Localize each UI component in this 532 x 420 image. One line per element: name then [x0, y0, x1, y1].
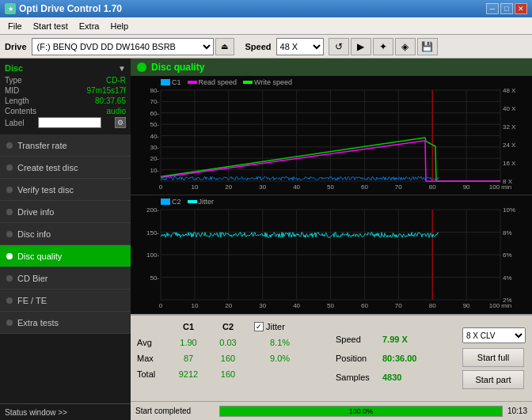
burn-button[interactable]: ◈ [395, 38, 416, 55]
stats-table: C1 C2 ✓ Jitter Avg 1.90 0.03 8.1% Max [137, 319, 320, 398]
nav-disc-info[interactable]: Disc info [0, 223, 131, 245]
disc-mid-label: MID [5, 86, 19, 95]
start-full-button[interactable]: Start full [462, 348, 524, 367]
minimize-button[interactable]: ─ [486, 3, 499, 14]
avg-label: Avg [137, 338, 169, 347]
position-value: 80:36.00 [382, 354, 416, 363]
progress-bar-fill: 100.0% [220, 407, 502, 416]
nav-transfer-rate[interactable]: Transfer rate [0, 134, 131, 157]
max-label: Max [137, 354, 169, 363]
progress-bar-area: Start completed 100.0% 10:13 [131, 401, 532, 420]
drive-select-wrap: (F:) BENQ DVD DD DW1640 BSRB ⏏ [32, 38, 234, 55]
max-c1: 87 [169, 354, 208, 363]
disc-arrow-icon[interactable]: ▼ [118, 64, 126, 73]
menu-start-test[interactable]: Start test [28, 20, 73, 32]
main-layout: Disc ▼ Type CD-R MID 97m15s17f Length 80… [0, 59, 532, 420]
disc-section-title: Disc [5, 63, 23, 73]
start-part-button[interactable]: Start part [462, 370, 524, 389]
nav-label: Create test disc [17, 163, 78, 172]
nav-cd-bier[interactable]: CD Bier [0, 267, 131, 289]
disc-mid-value: 97m15s17f [87, 86, 126, 95]
content-area: Disc quality C1 Read speed Write speed [131, 59, 532, 420]
nav-label: Disc info [17, 229, 51, 239]
nav-disc-quality[interactable]: Disc quality [0, 245, 131, 267]
nav-verify-test-disc[interactable]: Verify test disc [0, 179, 131, 201]
app-title: Opti Drive Control 1.70 [19, 3, 122, 14]
title-bar: ★ Opti Drive Control 1.70 ─ □ ✕ [0, 0, 532, 17]
nav-label: Extra tests [17, 318, 59, 327]
disc-length-label: Length [5, 96, 29, 105]
speed-select[interactable]: 48 X [276, 38, 324, 55]
eject-button[interactable]: ⏏ [215, 38, 234, 55]
save-button[interactable]: 💾 [417, 38, 438, 55]
speed-value: 7.99 X [382, 335, 408, 344]
drive-label: Drive [5, 42, 27, 51]
avg-c1: 1.90 [169, 338, 208, 347]
menu-bar: File Start test Extra Help [0, 17, 532, 35]
total-label: Total [137, 369, 169, 379]
nav-dot-icon [6, 253, 13, 259]
disc-contents-label: Contents [5, 107, 36, 115]
title-bar-buttons: ─ □ ✕ [486, 3, 527, 14]
nav-drive-info[interactable]: Drive info [0, 201, 131, 223]
read-speed-label: Read speed [199, 78, 238, 86]
samples-key: Samples [336, 373, 379, 382]
read-speed-color [188, 81, 197, 84]
avg-jitter: 8.1% [270, 338, 290, 347]
nav-label: CD Bier [17, 274, 48, 283]
action-buttons: 8 X CLV Start full Start part [462, 319, 526, 398]
disc-length-value: 80:37.65 [95, 96, 126, 105]
close-button[interactable]: ✕ [515, 3, 527, 14]
nav-dot-icon [6, 297, 13, 304]
disc-label-input[interactable] [38, 117, 101, 128]
write-speed-color [243, 81, 253, 84]
total-c1: 9212 [169, 369, 208, 379]
speed-buttons: ↺ ▶ ✦ ◈ 💾 [329, 38, 438, 55]
erase-button[interactable]: ✦ [373, 38, 393, 55]
nav-dot-icon [6, 209, 13, 215]
chart1-canvas [131, 76, 532, 195]
jitter-legend-color [188, 200, 197, 203]
nav-label: Verify test disc [17, 185, 74, 195]
disc-quality-title: Disc quality [151, 62, 204, 73]
disc-label-label: Label [5, 119, 24, 127]
progress-status-label: Start completed [135, 407, 215, 415]
nav-dot-icon [6, 165, 13, 171]
menu-help[interactable]: Help [105, 20, 133, 32]
menu-file[interactable]: File [3, 20, 27, 32]
disc-quality-icon [137, 62, 146, 72]
c1-legend-color [161, 79, 170, 85]
progress-bar-container: 100.0% [219, 406, 503, 417]
avg-c2: 0.03 [208, 338, 248, 347]
maximize-button[interactable]: □ [500, 3, 513, 14]
nav-create-test-disc[interactable]: Create test disc [0, 157, 131, 179]
status-window-button[interactable]: Status window >> [5, 408, 67, 417]
nav-extra-tests[interactable]: Extra tests [0, 312, 131, 334]
scan-mode-select[interactable]: 8 X CLV [462, 327, 526, 343]
nav-label: Drive info [17, 207, 54, 217]
gear-icon[interactable]: ⚙ [115, 117, 126, 128]
read-button[interactable]: ▶ [351, 38, 371, 55]
drive-select[interactable]: (F:) BENQ DVD DD DW1640 BSRB [32, 38, 214, 55]
chart2-legend: C2 Jitter [161, 198, 214, 206]
chart2-wrapper: C2 Jitter [131, 195, 532, 314]
jitter-checkbox[interactable]: ✓ [254, 322, 264, 331]
speed-key: Speed [336, 335, 379, 344]
nav-fe-te[interactable]: FE / TE [0, 289, 131, 312]
disc-quality-header: Disc quality [131, 59, 532, 76]
c2-legend-label: C2 [172, 198, 181, 206]
write-speed-label: Write speed [254, 78, 292, 86]
total-c2: 160 [208, 369, 248, 379]
col-c1-header: C1 [169, 322, 208, 331]
c1-legend-label: C1 [172, 78, 181, 86]
app-icon: ★ [5, 3, 16, 14]
progress-time: 10:13 [507, 407, 527, 415]
refresh-button[interactable]: ↺ [329, 38, 349, 55]
max-c2: 160 [208, 354, 248, 363]
max-jitter: 9.0% [270, 354, 290, 363]
speed-label: Speed [245, 42, 272, 51]
sidebar: Disc ▼ Type CD-R MID 97m15s17f Length 80… [0, 59, 131, 420]
jitter-col-header: Jitter [266, 322, 285, 331]
menu-extra[interactable]: Extra [74, 20, 104, 32]
chart1-legend: C1 Read speed Write speed [161, 78, 292, 86]
